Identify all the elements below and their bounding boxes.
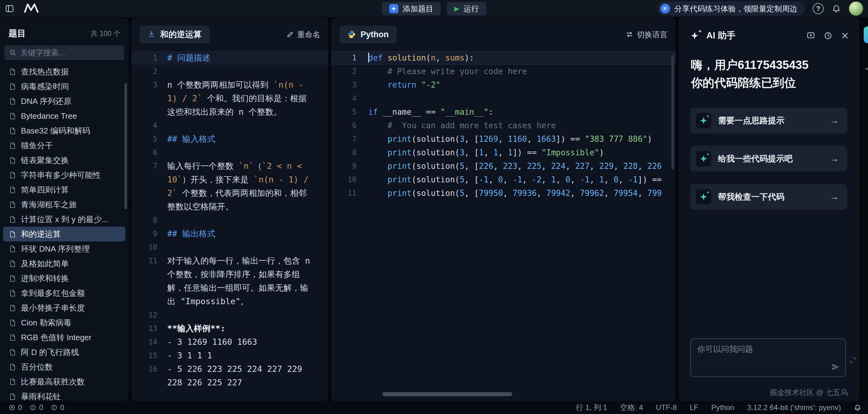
editor-line[interactable]: 7 print(solution(3, [1269, 1160, 1663]) … bbox=[331, 132, 676, 146]
close-icon[interactable] bbox=[841, 32, 849, 40]
ai-assistant-badge-icon[interactable]: A bbox=[864, 26, 868, 43]
sidebar-item[interactable]: 百分位数 bbox=[3, 360, 125, 374]
editor-line[interactable]: 11 print(solution(5, [79950, 79936, 7994… bbox=[331, 186, 676, 200]
user-avatar[interactable] bbox=[849, 2, 863, 16]
editor-line[interactable]: 4 bbox=[331, 92, 676, 105]
sidebar-item[interactable]: Bytedance Tree bbox=[3, 109, 125, 123]
sidebar-item-selected[interactable]: 和的逆运算 bbox=[3, 227, 125, 241]
sidebar-item[interactable]: Cion 勒索病毒 bbox=[3, 315, 125, 330]
editor-line[interactable]: 3 return "-2" bbox=[331, 78, 676, 92]
marscode-logo-icon[interactable] bbox=[23, 3, 39, 14]
rename-button[interactable]: 重命名 bbox=[286, 30, 320, 40]
editor-line[interactable]: 9 print(solution(5, [226, 223, 225, 224,… bbox=[331, 159, 676, 173]
sidebar-item[interactable]: RGB 色值转 Integer bbox=[3, 330, 125, 345]
editor-line[interactable]: 14- 3 1269 1160 1663 bbox=[131, 335, 328, 349]
line-content: - 3 1269 1160 1663 bbox=[167, 335, 328, 349]
editor-line[interactable]: 4 bbox=[131, 119, 328, 132]
horizontal-scrollbar[interactable] bbox=[382, 392, 513, 396]
rail-sparkle-icon[interactable] bbox=[865, 65, 868, 75]
editor-line[interactable]: 13**输入样例**: bbox=[131, 322, 328, 335]
ai-suggestion-card[interactable]: 需要一点思路提示→ bbox=[690, 108, 847, 134]
problem-tab[interactable]: 和的逆运算 bbox=[140, 26, 210, 43]
interpreter[interactable]: 3.12.2 64-bit ('shims': pyenv) bbox=[747, 403, 841, 412]
warning-indicator[interactable]: 0 bbox=[30, 403, 43, 412]
search-box[interactable] bbox=[4, 46, 124, 60]
ai-input[interactable] bbox=[697, 344, 839, 363]
sidebar-item[interactable]: 链表聚集交换 bbox=[3, 153, 125, 168]
editor-line[interactable]: 10 print(solution(5, [-1, 0, -1, -2, 1, … bbox=[331, 173, 676, 186]
editor-line[interactable]: 3n 个整数两两相加可以得到 `n(n - 1) / 2` 个和。我们的目标是：… bbox=[131, 78, 328, 119]
send-icon[interactable] bbox=[831, 362, 840, 373]
error-indicator[interactable]: 0 bbox=[9, 403, 22, 412]
promo-banner[interactable]: 分享代码练习体验，领限量定制周边 bbox=[657, 2, 805, 16]
editor-line[interactable]: 6 # You can add more test cases here bbox=[331, 119, 676, 132]
cursor-position[interactable]: 行 1, 列 1 bbox=[576, 403, 607, 412]
line-content bbox=[368, 92, 676, 105]
editor-line[interactable]: 10 bbox=[131, 240, 328, 254]
search-input[interactable] bbox=[20, 48, 119, 57]
editor-line[interactable]: 9## 输出格式 bbox=[131, 227, 328, 240]
document-icon bbox=[9, 156, 16, 164]
info-indicator[interactable]: 0 bbox=[51, 403, 64, 412]
editor-line[interactable]: 2 # Please write your code here bbox=[331, 65, 676, 78]
line-content: print(solution(3, [1269, 1160, 1663]) ==… bbox=[368, 132, 676, 146]
sidebar-item[interactable]: 拿到最多红包金额 bbox=[3, 286, 125, 300]
editor-line[interactable]: 6 bbox=[131, 146, 328, 159]
sidebar-item[interactable]: 暴雨利花钍 bbox=[3, 389, 125, 401]
editor-line[interactable]: 5## 输入格式 bbox=[131, 132, 328, 146]
eol-setting[interactable]: LF bbox=[690, 403, 698, 412]
vertical-scrollbar[interactable] bbox=[671, 55, 674, 169]
editor-line[interactable]: 2 bbox=[131, 65, 328, 78]
sidebar-toggle-icon[interactable] bbox=[5, 4, 14, 13]
ai-sparkle-icon bbox=[690, 30, 701, 41]
status-bell-icon[interactable] bbox=[854, 404, 861, 411]
indent-setting[interactable]: 空格: 4 bbox=[620, 403, 643, 412]
history-icon[interactable] bbox=[824, 31, 832, 40]
sidebar-item[interactable]: 猫鱼分干 bbox=[3, 138, 125, 153]
language-mode[interactable]: Python bbox=[711, 403, 734, 412]
editor-line[interactable]: 7输入每行一个整数 `n`（`2 < n < 10`）开头，接下来是 `n(n … bbox=[131, 159, 328, 213]
new-chat-icon[interactable] bbox=[807, 31, 815, 40]
code-editor[interactable]: 1def solution(n, sums):2 # Please write … bbox=[331, 51, 676, 401]
language-tab[interactable]: Python bbox=[339, 26, 397, 43]
sidebar-item[interactable]: 查找热点数据 bbox=[3, 64, 125, 79]
sidebar-item[interactable]: 及格如此简单 bbox=[3, 256, 125, 271]
editor-line[interactable]: 11对于输入的每一行，输出一行，包含 n 个整数，按非降序排序，如果有多组解，任… bbox=[131, 254, 328, 308]
ai-input-box[interactable] bbox=[690, 338, 846, 377]
sidebar-scrollbar[interactable] bbox=[124, 83, 127, 209]
ai-suggestion-card[interactable]: 给我一些代码提示吧→ bbox=[690, 146, 847, 172]
expand-icon[interactable] bbox=[849, 357, 856, 365]
line-content: print(solution(3, [1, 1, 1]) == "Impossi… bbox=[368, 146, 676, 159]
sidebar-item[interactable]: 比赛最高获胜次数 bbox=[3, 374, 125, 389]
ai-suggestion-card[interactable]: 帮我检查一下代码→ bbox=[690, 184, 847, 210]
sidebar-item[interactable]: 病毒感染时间 bbox=[3, 79, 125, 94]
sidebar-item[interactable]: 字符串有多少种可能性 bbox=[3, 168, 125, 182]
sidebar-item[interactable]: 简单四则计算 bbox=[3, 182, 125, 197]
markdown-editor[interactable]: 1# 问题描述23n 个整数两两相加可以得到 `n(n - 1) / 2` 个和… bbox=[131, 51, 328, 401]
line-number: 6 bbox=[331, 119, 368, 132]
document-icon bbox=[9, 393, 16, 401]
sidebar-item[interactable]: 进制求和转换 bbox=[3, 271, 125, 286]
editor-line[interactable]: 1# 问题描述 bbox=[131, 51, 328, 65]
sidebar-item[interactable]: 阿 D 的飞行路线 bbox=[3, 345, 125, 360]
help-icon[interactable]: ? bbox=[813, 3, 824, 14]
editor-line[interactable]: 16- 5 226 223 225 224 227 229 228 226 22… bbox=[131, 362, 328, 389]
sidebar-item[interactable]: DNA 序列还原 bbox=[3, 94, 125, 109]
editor-line[interactable]: 1def solution(n, sums): bbox=[331, 51, 676, 65]
encoding[interactable]: UTF-8 bbox=[656, 403, 677, 412]
add-problem-button[interactable]: + 添加题目 bbox=[382, 2, 441, 16]
editor-line[interactable]: 5if __name__ == "__main__": bbox=[331, 105, 676, 119]
sidebar-item[interactable]: 计算位置 x 到 y 的最少... bbox=[3, 212, 125, 227]
run-button[interactable]: ▶ 运行 bbox=[447, 2, 486, 16]
editor-line[interactable]: 12 bbox=[131, 308, 328, 322]
switch-language-button[interactable]: 切换语言 bbox=[625, 30, 668, 40]
editor-line[interactable]: 15- 3 1 1 1 bbox=[131, 349, 328, 362]
sidebar-item[interactable]: 青海湖租车之旅 bbox=[3, 197, 125, 212]
sidebar-item[interactable]: Base32 编码和解码 bbox=[3, 123, 125, 138]
sidebar-item[interactable]: 环状 DNA 序列整理 bbox=[3, 241, 125, 256]
editor-line[interactable]: 8 bbox=[131, 213, 328, 227]
notification-bell-icon[interactable] bbox=[832, 4, 841, 13]
sidebar-item[interactable]: 最小替换子串长度 bbox=[3, 300, 125, 315]
editor-line[interactable]: 8 print(solution(3, [1, 1, 1]) == "Impos… bbox=[331, 146, 676, 159]
sidebar-item-label: Bytedance Tree bbox=[21, 111, 77, 121]
